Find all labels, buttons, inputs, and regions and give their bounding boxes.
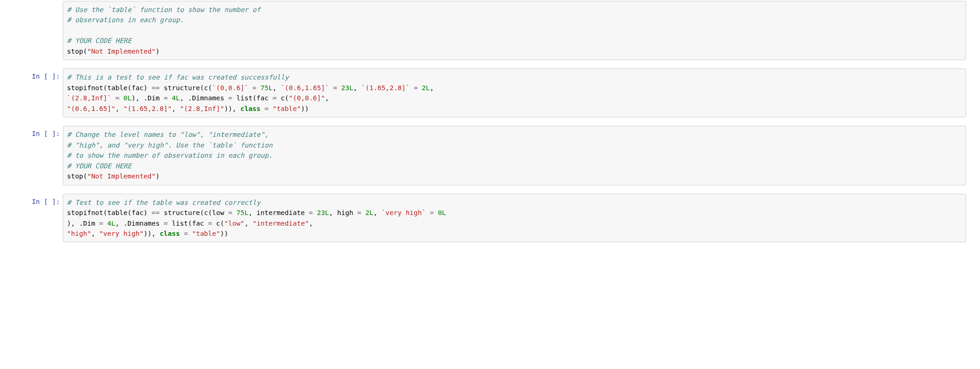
code-cell: # Use the `table` function to show the n… <box>0 0 980 61</box>
code-content[interactable]: # Change the level names to "low", "inte… <box>67 129 962 181</box>
code-input-area[interactable]: # Test to see if the table was created c… <box>63 194 966 243</box>
cell-prompt: In [ ]: <box>0 68 63 83</box>
code-content[interactable]: # Use the `table` function to show the n… <box>67 5 962 56</box>
code-content[interactable]: # Test to see if the table was created c… <box>67 197 962 239</box>
cell-prompt <box>0 1 63 6</box>
code-input-area[interactable]: # Use the `table` function to show the n… <box>63 1 966 60</box>
code-input-area[interactable]: # Change the level names to "low", "inte… <box>63 126 966 185</box>
code-content[interactable]: # This is a test to see if fac was creat… <box>67 72 962 114</box>
cell-prompt: In [ ]: <box>0 126 63 140</box>
code-cell: In [ ]: # Change the level names to "low… <box>0 125 980 186</box>
code-cell: In [ ]: # This is a test to see if fac w… <box>0 68 980 118</box>
code-cell: In [ ]: # Test to see if the table was c… <box>0 193 980 244</box>
cell-prompt: In [ ]: <box>0 194 63 208</box>
code-input-area[interactable]: # This is a test to see if fac was creat… <box>63 68 966 117</box>
